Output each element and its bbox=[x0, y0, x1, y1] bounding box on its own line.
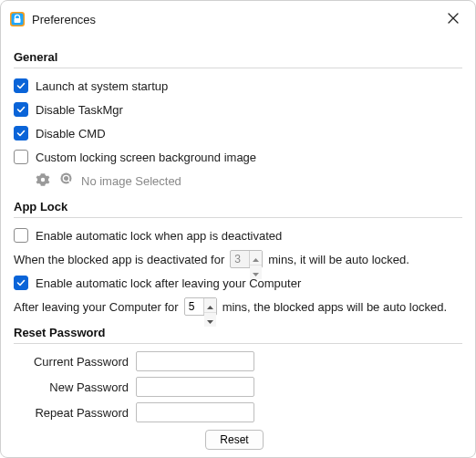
input-new-password[interactable] bbox=[136, 377, 254, 397]
leave-suffix-text: mins, the blocked apps will be auto lock… bbox=[222, 300, 447, 314]
label-launch-startup: Launch at system startup bbox=[36, 79, 168, 93]
preferences-window: Preferences General Launch at system sta… bbox=[0, 0, 476, 458]
leave-minutes-input[interactable] bbox=[185, 298, 203, 315]
label-auto-lock-leave: Enable automatic lock after leaving your… bbox=[36, 276, 301, 290]
window-title: Preferences bbox=[32, 13, 433, 26]
section-heading-general: General bbox=[14, 50, 462, 64]
content-area: General Launch at system startup Disable… bbox=[1, 37, 475, 457]
preview-bg-button[interactable] bbox=[57, 172, 76, 190]
magnifier-icon bbox=[60, 172, 74, 189]
svg-rect-2 bbox=[15, 18, 21, 23]
label-auto-lock-deactivated: Enable automatic lock when app is deacti… bbox=[36, 229, 282, 243]
label-new-password: New Password bbox=[14, 380, 130, 394]
checkbox-launch-startup[interactable] bbox=[14, 78, 28, 93]
gear-icon bbox=[36, 172, 50, 190]
divider bbox=[14, 217, 462, 218]
chevron-up-icon bbox=[207, 298, 213, 312]
divider bbox=[14, 68, 462, 68]
deact-spin-up bbox=[250, 251, 262, 265]
leave-spin-up[interactable] bbox=[204, 298, 216, 313]
label-disable-taskmgr: Disable TaskMgr bbox=[36, 103, 123, 117]
input-current-password[interactable] bbox=[136, 351, 254, 371]
checkbox-disable-taskmgr[interactable] bbox=[14, 102, 28, 117]
checkbox-custom-bg[interactable] bbox=[14, 150, 28, 164]
leave-minutes-spinner[interactable] bbox=[184, 297, 217, 316]
close-icon bbox=[448, 13, 459, 26]
section-heading-reset: Reset Password bbox=[14, 326, 462, 339]
checkbox-auto-lock-leave[interactable] bbox=[14, 276, 28, 290]
chevron-down-icon bbox=[207, 313, 213, 327]
deact-prefix-text: When the blocked app is deactivated for bbox=[14, 253, 224, 266]
label-disable-cmd: Disable CMD bbox=[36, 127, 106, 141]
input-repeat-password[interactable] bbox=[136, 402, 254, 422]
app-lock-icon bbox=[10, 12, 25, 26]
reset-button[interactable]: Reset bbox=[205, 430, 264, 450]
titlebar: Preferences bbox=[1, 1, 475, 37]
divider bbox=[14, 343, 462, 344]
deact-suffix-text: mins, it will be auto locked. bbox=[268, 253, 409, 266]
label-repeat-password: Repeat Password bbox=[14, 406, 130, 420]
deact-minutes-input bbox=[231, 251, 249, 267]
deact-minutes-spinner bbox=[230, 250, 263, 268]
settings-bg-button[interactable] bbox=[34, 172, 52, 190]
close-button[interactable] bbox=[440, 6, 466, 32]
section-heading-applock: App Lock bbox=[14, 200, 462, 213]
label-custom-bg: Custom locking screen background image bbox=[36, 151, 256, 164]
no-image-text: No image Selected bbox=[81, 174, 181, 188]
label-current-password: Current Password bbox=[14, 355, 130, 369]
leave-prefix-text: After leaving your Computer for bbox=[14, 300, 179, 314]
leave-spin-down[interactable] bbox=[204, 313, 216, 327]
chevron-up-icon bbox=[253, 251, 259, 265]
checkbox-disable-cmd[interactable] bbox=[14, 126, 28, 141]
checkbox-auto-lock-deactivated[interactable] bbox=[14, 228, 28, 243]
